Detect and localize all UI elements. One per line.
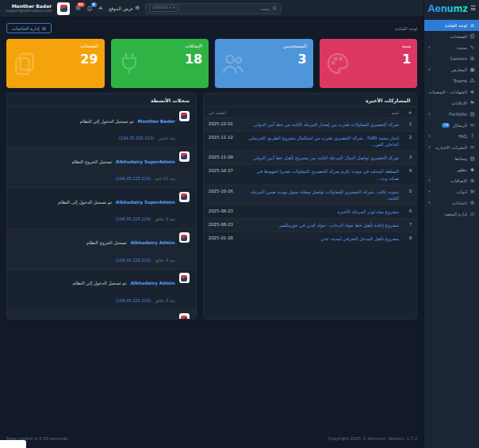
post-date: 2025-11-12 [204,132,243,151]
theme-toggle-icon[interactable]: ☀ [98,6,104,12]
activity-text: Alkhudairy Admin تم تسجيل الدخول إلى الن… [13,272,175,306]
brand-logo[interactable]: Aenumz [427,3,468,14]
appearance-icon: ◆ [469,167,475,173]
post-number: 7 [404,218,416,232]
avatar[interactable] [57,2,70,15]
menu-icon[interactable]: ☰ [470,6,476,12]
stat-cards-row: سمة 1 المستخدمين 3 الإضافات 18 الصفحات [0,39,423,88]
activity-time: منذ 3 دقائق [155,298,174,303]
stat-card-plugins[interactable]: الإضافات 18 [111,39,209,88]
sidebar-item-label: FAQ [458,134,467,139]
main-column: ctrl/cmd + k ⊕ عرض الموقع ☀ 0 ✉ 10 Month… [0,0,423,448]
sidebar-item-appearance[interactable]: ◆ مظهر [424,164,479,175]
activity-item: Alkhudairy SuperAdmin تم تسجيل الدخول إل… [7,188,196,228]
activity-text: Alkhudairy Admin تسجيل الخروج النظام منذ… [13,312,175,320]
sidebar-item-plugins[interactable]: ⊕ الإضافات ▾ [424,175,479,186]
sidebar-item-galleries[interactable]: ▣ المعارض ▾ [424,64,479,75]
global-search[interactable]: ctrl/cmd + k [145,3,282,14]
sidebar-item-settings[interactable]: ⚙ إعدادات ▾ [424,197,479,209]
post-date: 2025-08-23 [204,218,243,232]
stat-card-pages[interactable]: الصفحات 29 [6,39,105,88]
chevron-down-icon: ▾ [428,113,430,117]
activity-user-link[interactable]: Alkhudairy Admin [131,281,175,285]
post-link[interactable]: بجودة عالية.. شركة الخضيري للمقاولات توا… [248,189,399,201]
home-icon: ⌂ [469,23,475,29]
avatar-logo [181,316,187,320]
table-row: 3 شركة الخضيري تواصل أعمال المرحلة الثان… [204,151,417,165]
table-row: 1 شركة الخضيري للمقاولات تقترب من إصدار … [204,118,417,132]
activity-ip-link[interactable]: (134.35.225.123) [116,298,151,303]
post-date: 2025-12-01 [204,118,243,132]
activity-user-link[interactable]: Alkhudairy SuperAdmin [116,200,175,205]
platform-icon: ◎ [469,212,475,217]
sidebar-item-testimonials[interactable]: ★ الشهادات - التوصيات [424,86,479,98]
activity-ip-link[interactable]: (134.35.225.123) [116,216,151,221]
sidebar-item-faq[interactable]: ? FAQ ▾ [424,131,479,142]
post-link[interactable]: شركة الخضيري للمقاولات تقترب من إصدار ال… [248,121,399,128]
sidebar-item-teams[interactable]: ⁂ Teams [424,75,479,86]
chevron-down-icon: ▾ [428,201,430,205]
activity-list: Monther Bader تم تسجيل الدخول إلى النظام… [7,107,196,320]
sidebar-item-label: مدونة [457,45,467,50]
post-link[interactable]: مشروع تأهيل المدخل الشرقي لمدينة عدن [248,235,399,242]
sidebar-item-newsletters[interactable]: ✉ النشرات الإخبارية ▾ [424,142,479,153]
sidebar-item-label: الصفحات [450,34,467,39]
posts-table: # اسم أنشئت في 1 شركة الخضيري للمقاولات … [204,107,417,245]
sidebar-item-label: إدارة المنصة [444,212,467,216]
tools-icon: ⚒ [469,190,475,195]
search-icon [272,6,278,11]
recent-posts-panel: المشاركات الأخيرة # اسم أنشئت في 1 شركة … [203,93,418,320]
sidebar-item-careers[interactable]: ⊞ Careers [424,53,479,64]
sidebar-item-label: المعارض [451,67,467,72]
activity-time: منذ 3 دقائق [155,258,174,262]
recent-posts-title: المشاركات الأخيرة [204,94,417,107]
sidebar-item-dashboard[interactable]: ⌂ لوحة القيادة [424,20,479,31]
avatar [179,192,190,202]
stat-card-users[interactable]: المستخدمين 3 [215,39,313,88]
manage-widgets-button[interactable]: ⊞ إدارة الحاجيات [6,23,52,33]
card-text: سمة 1 [326,44,412,67]
sidebar-item-announcements[interactable]: ⚑ الإعلانات [424,98,479,109]
notifications-bell-icon[interactable]: 0 [86,6,93,12]
sidebar-item-label: مظهر [457,167,467,172]
sidebar-item-label: لوحة القيادة [445,23,467,28]
sidebar-item-platform-management[interactable]: ◎ إدارة المنصة [424,209,479,220]
galleries-icon: ▣ [469,67,475,73]
sidebar-item-tools[interactable]: ⚒ أدوات ▾ [424,186,479,197]
globe-icon: ⊕ [135,6,140,11]
card-text: المستخدمين 3 [221,44,307,67]
activity-item: Alkhudairy Admin تسجيل الخروج النظام منذ… [7,310,196,320]
sidebar-item-media[interactable]: ▧ وسائط [424,153,479,164]
page-footer: Copyright 2025 © Aenumz. Version: 1.7.2 … [0,431,423,448]
card-value: 29 [17,52,98,67]
activity-ip-link[interactable]: (134.35.225.123) [116,258,151,262]
sidebar-item-messages[interactable]: ✉ الرسائل 24 [424,120,479,131]
post-date: 2025-10-26 [204,185,243,205]
activity-user-link[interactable]: Alkhudairy SuperAdmin [116,159,175,164]
announcements-icon: ⚑ [469,101,475,106]
activity-logs-panel: سجلات الأنشطة Monther Bader تم تسجيل الد… [6,93,197,320]
card-text: الصفحات 29 [13,44,98,67]
bell-badge: 0 [91,2,97,7]
user-info[interactable]: Monther Bader support@alkhudairy.com [6,3,52,13]
sidebar-item-blog[interactable]: ✎ مدونة ▾ [424,42,479,53]
post-link[interactable]: مشروع مياه لودر المرحله الأخيرة [248,209,399,215]
activity-ip-link[interactable]: (134.35.225.123) [119,136,154,140]
post-link[interactable]: السلطة المحلية في مودية تكرم شركة الخضير… [248,168,399,181]
post-link[interactable]: مشروع إعادة تأهيل خط جولة الرحاب - جولة … [248,222,399,228]
sidebar-item-pages[interactable]: الصفحات [424,31,479,42]
mail-icon[interactable]: ✉ 10 [75,6,80,12]
post-link[interactable]: شركة الخضيري تواصل أعمال المرحلة الثانية… [248,155,399,161]
view-site-link[interactable]: ⊕ عرض الموقع [109,6,140,11]
activity-user-link[interactable]: Alkhudairy Admin [131,240,175,245]
activity-ip-link[interactable]: (134.35.225.123) [116,176,151,181]
search-input[interactable] [181,6,270,11]
sidebar-item-portfolio[interactable]: ▥ Portfolio ▾ [424,109,479,120]
activity-user-link[interactable]: Monther Bader [138,119,175,124]
posts-col-created: أنشئت في [204,107,243,118]
breadcrumb: لوحة القيادة [396,26,418,31]
post-link[interactable]: إنجاز بنسبة 80%.. شركة الخضيري تقترب من … [248,135,399,147]
stat-card-theme[interactable]: سمة 1 [320,39,418,88]
post-number: 1 [404,118,416,132]
search-shortcut-hint: ctrl/cmd + k [149,5,178,12]
